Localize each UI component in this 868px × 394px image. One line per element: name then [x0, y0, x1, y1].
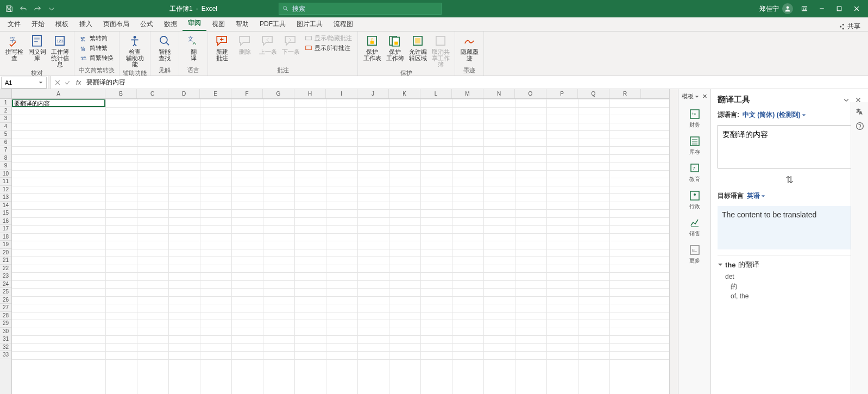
row-header-14[interactable]: 14: [0, 202, 11, 210]
row-header-24[interactable]: 24: [0, 280, 11, 289]
qat-customize-icon[interactable]: [46, 3, 58, 15]
smart-lookup-button[interactable]: 智能 查找: [154, 34, 175, 61]
column-header-A[interactable]: A: [12, 89, 105, 98]
row-header-21[interactable]: 21: [0, 257, 11, 265]
row-header-1[interactable]: 1: [0, 99, 11, 107]
column-header-B[interactable]: B: [105, 89, 137, 98]
share-button[interactable]: 共享: [833, 22, 866, 31]
column-header-M[interactable]: M: [452, 89, 483, 98]
translate-button[interactable]: 文A翻 译: [183, 34, 204, 61]
row-header-9[interactable]: 9: [0, 162, 11, 170]
tab-PDF工具[interactable]: PDF工具: [254, 17, 291, 31]
template-category-sales[interactable]: 销售: [689, 214, 701, 241]
user-account[interactable]: 郑佳宁: [759, 3, 793, 14]
row-header-7[interactable]: 7: [0, 146, 11, 154]
template-pane-header[interactable]: 模板 ✕: [682, 92, 707, 103]
row-header-25[interactable]: 25: [0, 288, 11, 296]
new-comment-button[interactable]: 新建 批注: [211, 34, 233, 61]
enter-formula-icon[interactable]: [64, 79, 71, 86]
trad-to-simp-button[interactable]: 繁繁转简: [78, 34, 116, 43]
vertical-scrollbar[interactable]: [669, 89, 678, 394]
simp-to-trad-button[interactable]: 简简转繁: [78, 43, 116, 53]
tab-页面布局[interactable]: 页面布局: [98, 17, 135, 31]
accessibility-check-button[interactable]: 检查 辅助功能: [124, 34, 146, 68]
row-header-19[interactable]: 19: [0, 241, 11, 249]
row-header-31[interactable]: 31: [0, 335, 11, 343]
row-header-8[interactable]: 8: [0, 154, 11, 162]
maximize-icon[interactable]: [833, 3, 845, 15]
tab-帮助[interactable]: 帮助: [230, 17, 254, 31]
source-lang-dropdown[interactable]: 中文 (简体) (检测到): [743, 110, 806, 120]
cancel-formula-icon[interactable]: [54, 79, 61, 86]
fx-icon[interactable]: fx: [74, 79, 83, 86]
allow-edit-ranges-button[interactable]: 允许编 辑区域: [407, 34, 429, 61]
target-lang-dropdown[interactable]: 英语: [747, 191, 765, 201]
column-header-E[interactable]: E: [200, 89, 231, 98]
tab-插入[interactable]: 插入: [74, 17, 98, 31]
workbook-stats-button[interactable]: 123工作簿 统计信息: [49, 34, 71, 68]
column-header-G[interactable]: G: [263, 89, 294, 98]
row-header-22[interactable]: 22: [0, 265, 11, 273]
protect-workbook-button[interactable]: 保护 工作簿: [384, 34, 406, 61]
column-header-R[interactable]: R: [609, 89, 641, 98]
protect-sheet-button[interactable]: 保护 工作表: [361, 34, 383, 61]
cell-a1[interactable]: 要翻译的内容: [12, 99, 105, 107]
row-header-10[interactable]: 10: [0, 170, 11, 178]
name-box[interactable]: A1: [1, 77, 47, 89]
close-icon[interactable]: [851, 3, 863, 15]
template-category-admin[interactable]: 行政: [689, 186, 701, 214]
column-header-H[interactable]: H: [294, 89, 326, 98]
spelling-button[interactable]: 字拼写检查: [3, 34, 25, 61]
row-header-5[interactable]: 5: [0, 130, 11, 139]
tab-流程图[interactable]: 流程图: [328, 17, 358, 31]
select-all-corner[interactable]: [0, 89, 11, 99]
row-header-27[interactable]: 27: [0, 304, 11, 312]
row-header-6[interactable]: 6: [0, 139, 11, 147]
undo-icon[interactable]: [17, 3, 29, 15]
template-category-more[interactable]: E..更多: [689, 241, 701, 268]
row-header-3[interactable]: 3: [0, 115, 11, 123]
save-icon[interactable]: [3, 3, 15, 15]
help-icon[interactable]: [856, 122, 864, 130]
row-header-18[interactable]: 18: [0, 233, 11, 241]
column-header-J[interactable]: J: [357, 89, 389, 98]
ribbon-display-icon[interactable]: [798, 3, 810, 15]
column-header-D[interactable]: D: [168, 89, 200, 98]
source-text-input[interactable]: 要翻译的内容 ✕: [718, 125, 861, 168]
formula-bar[interactable]: 要翻译的内容: [83, 78, 868, 87]
template-pane-close-icon[interactable]: ✕: [702, 93, 707, 100]
row-header-26[interactable]: 26: [0, 296, 11, 304]
row-header-17[interactable]: 17: [0, 225, 11, 233]
translator-side-icon[interactable]: 文A: [856, 107, 864, 115]
row-header-20[interactable]: 20: [0, 249, 11, 257]
row-header-28[interactable]: 28: [0, 312, 11, 320]
row-header-23[interactable]: 23: [0, 272, 11, 280]
show-all-comments-button[interactable]: 显示所有批注: [303, 43, 354, 53]
tab-视图[interactable]: 视图: [206, 17, 230, 31]
tab-数据[interactable]: 数据: [159, 17, 183, 31]
swap-languages-icon[interactable]: ⇅: [785, 174, 794, 186]
tab-文件[interactable]: 文件: [2, 17, 26, 31]
column-header-L[interactable]: L: [420, 89, 452, 98]
search-input[interactable]: 搜索: [279, 3, 442, 15]
pane-options-icon[interactable]: [843, 97, 850, 103]
template-category-finance[interactable]: +=财务: [689, 105, 701, 132]
column-header-O[interactable]: O: [515, 89, 546, 98]
row-header-29[interactable]: 29: [0, 320, 11, 328]
row-header-4[interactable]: 4: [0, 123, 11, 131]
redo-icon[interactable]: [32, 3, 43, 15]
template-category-education[interactable]: 7教育: [689, 159, 701, 186]
tab-公式[interactable]: 公式: [135, 17, 159, 31]
row-header-15[interactable]: 15: [0, 209, 11, 217]
tab-开始[interactable]: 开始: [26, 17, 50, 31]
thesaurus-button[interactable]: 同义词库: [26, 34, 48, 61]
tab-审阅[interactable]: 审阅: [183, 16, 206, 31]
tab-模板[interactable]: 模板: [50, 17, 74, 31]
row-header-16[interactable]: 16: [0, 217, 11, 226]
column-header-F[interactable]: F: [231, 89, 263, 98]
row-header-33[interactable]: 33: [0, 351, 11, 359]
template-category-inventory[interactable]: 库存: [689, 132, 701, 159]
column-header-I[interactable]: I: [326, 89, 357, 98]
hide-ink-button[interactable]: 隐藏墨 迹: [458, 34, 480, 61]
row-header-30[interactable]: 30: [0, 328, 11, 336]
